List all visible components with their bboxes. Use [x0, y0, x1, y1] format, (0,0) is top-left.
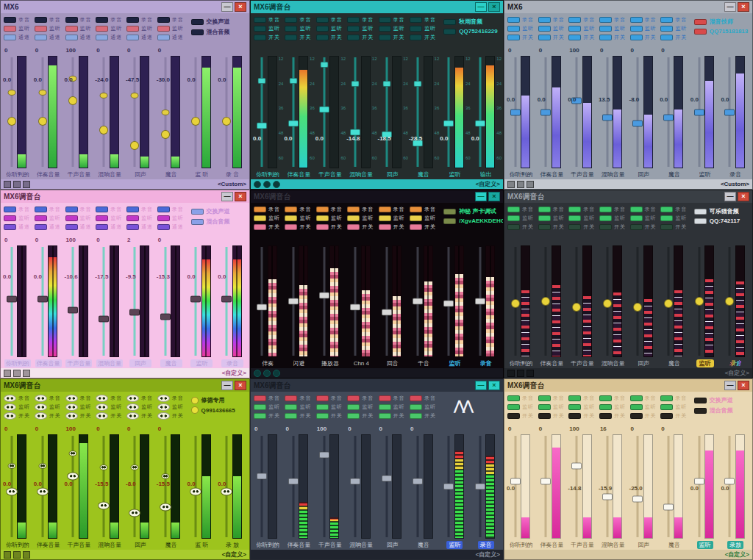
pan-knob[interactable]	[258, 78, 266, 84]
fader-knob[interactable]	[350, 129, 360, 136]
fader-track[interactable]	[696, 245, 702, 357]
monitor-button[interactable]	[660, 26, 673, 32]
fader-track[interactable]	[446, 245, 452, 357]
fader-track[interactable]	[383, 245, 390, 357]
pan-knob[interactable]	[100, 464, 108, 470]
record-button[interactable]	[157, 207, 170, 212]
preset-selector[interactable]: <自定义>	[222, 369, 246, 377]
fader-knob[interactable]	[664, 299, 673, 308]
monitor-button[interactable]	[35, 215, 47, 221]
monitor-button[interactable]	[254, 215, 266, 221]
fader-knob[interactable]	[725, 297, 734, 306]
switch-button[interactable]	[630, 35, 643, 40]
record-button[interactable]	[65, 207, 78, 212]
record-button[interactable]	[285, 207, 297, 212]
preset-selector[interactable]: <自定义>	[476, 180, 500, 188]
record-button[interactable]	[630, 17, 643, 23]
fader-track[interactable]	[290, 56, 296, 168]
monitor-button[interactable]	[285, 215, 297, 221]
monitor-button[interactable]	[347, 26, 360, 32]
pan-knob[interactable]	[320, 62, 328, 68]
record-button[interactable]	[126, 207, 139, 212]
switch-button[interactable]	[157, 412, 170, 420]
preset-selector[interactable]: <自定义>	[222, 550, 246, 559]
fader-knob[interactable]	[221, 295, 232, 302]
record-button[interactable]	[379, 207, 391, 212]
fader-knob[interactable]	[510, 478, 521, 484]
fader-track[interactable]	[512, 56, 518, 168]
record-button[interactable]	[4, 207, 16, 212]
record-button[interactable]	[35, 395, 47, 402]
fader-track[interactable]	[70, 56, 76, 168]
monitor-button[interactable]	[507, 26, 520, 32]
record-button[interactable]	[379, 17, 391, 23]
record-button[interactable]	[96, 395, 108, 402]
monitor-button[interactable]	[254, 26, 266, 32]
control-button[interactable]	[527, 181, 534, 188]
fader-knob[interactable]	[190, 295, 201, 302]
fader-track[interactable]	[39, 56, 46, 168]
fader-knob[interactable]	[129, 509, 140, 517]
record-button[interactable]	[568, 395, 581, 401]
record-button[interactable]	[410, 207, 422, 212]
record-button[interactable]	[538, 395, 551, 401]
fader-knob[interactable]	[222, 117, 231, 126]
switch-button[interactable]	[316, 413, 329, 419]
fader-knob[interactable]	[68, 307, 78, 314]
fader-track[interactable]	[477, 56, 483, 168]
fader-track[interactable]	[383, 434, 390, 539]
switch-button[interactable]	[379, 224, 391, 230]
record-button[interactable]	[126, 395, 139, 402]
control-button[interactable]	[517, 370, 524, 377]
fader-knob[interactable]	[632, 120, 643, 126]
preset-selector[interactable]: <自定义>	[725, 369, 749, 377]
fader-knob[interactable]	[443, 484, 454, 490]
record-button[interactable]	[316, 207, 329, 212]
fader-knob[interactable]	[7, 117, 16, 126]
fader-track[interactable]	[604, 56, 610, 168]
monitor-button[interactable]	[568, 26, 581, 32]
fader-track[interactable]	[604, 245, 610, 357]
fader-track[interactable]	[162, 245, 168, 357]
option-button[interactable]	[694, 398, 707, 403]
fader-knob[interactable]	[413, 478, 423, 484]
fader-knob[interactable]	[724, 109, 735, 115]
pan-knob[interactable]	[382, 81, 390, 87]
record-button[interactable]	[285, 17, 297, 23]
monitor-button[interactable]	[316, 26, 329, 32]
minimize-button[interactable]: —	[475, 192, 487, 201]
monitor-button[interactable]	[126, 403, 139, 411]
fader-knob[interactable]	[511, 299, 520, 308]
monitor-button[interactable]	[660, 215, 673, 221]
close-button[interactable]: ×	[488, 192, 500, 201]
fader-track[interactable]	[383, 56, 390, 168]
monitor-button[interactable]	[538, 404, 551, 410]
control-button[interactable]	[23, 370, 30, 377]
monitor-button[interactable]	[316, 215, 329, 221]
fader-track[interactable]	[224, 56, 230, 168]
record-button[interactable]	[96, 17, 108, 23]
fader-knob[interactable]	[160, 503, 171, 511]
fader-track[interactable]	[574, 56, 580, 168]
fader-track[interactable]	[290, 245, 296, 357]
monitor-button[interactable]	[507, 215, 520, 221]
control-button[interactable]	[263, 181, 271, 188]
switch-button[interactable]	[599, 224, 612, 230]
record-button[interactable]	[538, 17, 551, 23]
control-button[interactable]	[4, 551, 11, 559]
switch-button[interactable]	[347, 35, 360, 40]
option-button[interactable]	[191, 19, 204, 25]
control-button[interactable]	[273, 181, 280, 188]
fader-knob[interactable]	[572, 303, 581, 312]
preset-selector[interactable]: <Custom>	[218, 181, 246, 187]
minimize-button[interactable]: —	[475, 2, 487, 12]
fader-knob[interactable]	[350, 478, 360, 484]
switch-button[interactable]	[65, 412, 78, 420]
switch-button[interactable]	[96, 412, 108, 420]
fader-track[interactable]	[39, 245, 46, 357]
switch-button[interactable]	[538, 413, 551, 419]
monitor-button[interactable]	[630, 26, 643, 32]
switch-button[interactable]	[35, 224, 47, 230]
fader-knob[interactable]	[382, 475, 392, 481]
switch-button[interactable]	[379, 35, 391, 40]
